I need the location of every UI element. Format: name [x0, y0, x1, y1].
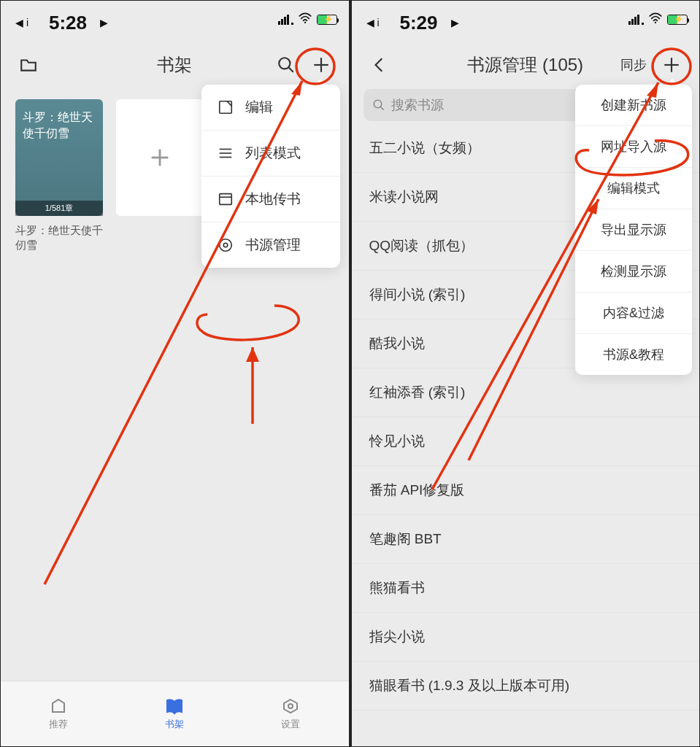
right-screenshot: ◀ i 5:29 ▶ ⚡ 书源管理 (105) 同步	[350, 0, 701, 747]
book-cover-title: 斗罗：绝世天使千仞雪	[23, 109, 96, 142]
menu-item-edit-mode[interactable]: 编辑模式	[575, 167, 692, 209]
svg-point-22	[655, 22, 656, 23]
search-icon[interactable]	[276, 55, 296, 75]
add-book-button[interactable]	[116, 99, 204, 216]
plus-dropdown-menu: 创建新书源 网址导入源 编辑模式 导出显示源 检测显示源 内容&过滤 书源&教程	[575, 85, 692, 375]
book-title: 斗罗：绝世天使千仞雪	[15, 223, 103, 253]
plus-dropdown-menu: 编辑 列表模式 本地传书 书源管理	[201, 85, 340, 268]
svg-rect-7	[219, 101, 231, 114]
back-breadcrumb-icon: ◀ i	[15, 17, 28, 28]
book-progress: 1/581章	[15, 201, 103, 216]
left-screenshot: ◀ i 5:28 ▶ ⚡ 书架	[0, 0, 350, 747]
source-item[interactable]: 番茄 API修复版	[352, 466, 700, 515]
svg-point-14	[223, 243, 228, 247]
back-breadcrumb-icon: ◀ i	[366, 17, 380, 28]
plus-icon[interactable]	[661, 55, 682, 75]
menu-item-edit[interactable]: 编辑	[201, 85, 340, 130]
fwd-breadcrumb-icon: ▶	[100, 17, 108, 28]
menu-item-import-url[interactable]: 网址导入源	[575, 125, 692, 167]
menu-item-local-upload[interactable]: 本地传书	[201, 176, 340, 222]
svg-point-25	[374, 100, 382, 108]
cellular-icon	[628, 15, 644, 25]
svg-point-21	[288, 704, 293, 708]
svg-marker-19	[246, 347, 259, 362]
bottom-tab-bar: 推荐 书架 设置	[1, 681, 349, 746]
status-bar: ◀ i 5:29 ▶ ⚡	[352, 1, 700, 44]
svg-line-26	[380, 107, 384, 110]
source-item[interactable]: 怜见小说	[352, 417, 700, 466]
battery-icon: ⚡	[667, 15, 688, 25]
svg-line-2	[288, 67, 293, 72]
menu-item-source-manage[interactable]: 书源管理	[201, 222, 340, 268]
svg-point-1	[279, 58, 290, 69]
folder-icon[interactable]	[18, 55, 39, 75]
header-bar: 书源管理 (105) 同步	[352, 44, 700, 85]
battery-icon: ⚡	[317, 15, 337, 25]
wifi-icon	[298, 12, 312, 27]
tab-bookshelf[interactable]: 书架	[164, 697, 185, 731]
header-bar: 书架	[1, 44, 349, 85]
source-item[interactable]: 笔趣阁 BBT	[352, 515, 700, 564]
svg-rect-11	[219, 194, 231, 205]
status-time: 5:28	[49, 12, 87, 34]
menu-item-content-filter[interactable]: 内容&过滤	[575, 292, 692, 333]
status-bar: ◀ i 5:28 ▶ ⚡	[1, 1, 349, 44]
plus-icon[interactable]	[311, 55, 331, 75]
menu-item-tutorial[interactable]: 书源&教程	[575, 333, 692, 375]
source-item[interactable]: 指尖小说	[352, 613, 700, 662]
menu-item-create-source[interactable]: 创建新书源	[575, 85, 692, 125]
menu-item-export[interactable]: 导出显示源	[575, 209, 692, 250]
status-time: 5:29	[400, 12, 438, 34]
tab-recommend[interactable]: 推荐	[48, 697, 69, 731]
page-title: 书架	[157, 53, 192, 77]
menu-item-list-mode[interactable]: 列表模式	[201, 130, 340, 176]
sync-button[interactable]: 同步	[620, 56, 647, 74]
svg-point-0	[304, 22, 305, 23]
page-title: 书源管理 (105)	[467, 53, 583, 77]
source-item[interactable]: 熊猫看书	[352, 564, 700, 613]
book-item[interactable]: 斗罗：绝世天使千仞雪 1/581章 斗罗：绝世天使千仞雪	[15, 99, 103, 253]
wifi-icon	[648, 12, 663, 27]
source-item[interactable]: 红袖添香 (索引)	[352, 368, 700, 417]
back-button[interactable]	[369, 55, 390, 75]
cellular-icon	[278, 15, 293, 25]
source-item[interactable]: 猫眼看书 (1.9.3 及以上版本可用)	[352, 662, 700, 711]
tab-settings[interactable]: 设置	[280, 697, 301, 731]
menu-item-check[interactable]: 检测显示源	[575, 250, 692, 292]
fwd-breadcrumb-icon: ▶	[451, 17, 459, 28]
svg-point-13	[219, 239, 231, 252]
search-placeholder: 搜索书源	[391, 96, 444, 114]
svg-marker-20	[284, 700, 297, 713]
